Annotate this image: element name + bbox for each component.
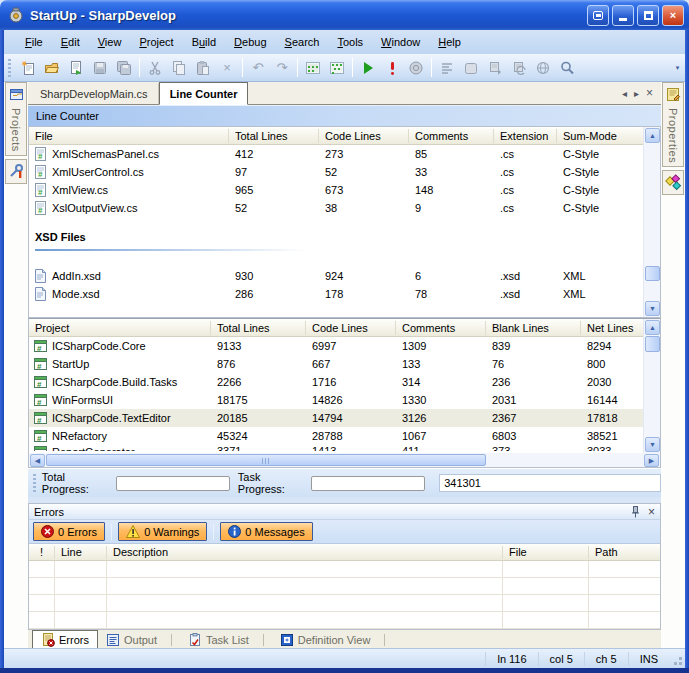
save-button[interactable] bbox=[88, 56, 112, 80]
tab-scroll-back-button[interactable]: ◂ bbox=[622, 88, 627, 99]
pad-tab-definition-view[interactable]: Definition View bbox=[272, 632, 394, 648]
messages-filter-button[interactable]: 0 Messages bbox=[220, 522, 312, 541]
column-header-code-lines[interactable]: Code Lines bbox=[319, 129, 409, 143]
scroll-up-button[interactable]: ▲ bbox=[645, 320, 660, 335]
column-header-sum-mode[interactable]: Sum-Mode bbox=[557, 129, 643, 143]
menu-item[interactable]: Debug bbox=[225, 36, 275, 48]
tab-sharpdevelopmain[interactable]: SharpDevelopMain.cs bbox=[30, 83, 159, 104]
list-button[interactable] bbox=[435, 56, 459, 80]
column-header-extension[interactable]: Extension bbox=[494, 129, 557, 143]
uncomment-region-button[interactable] bbox=[325, 56, 349, 80]
paste-button[interactable] bbox=[191, 56, 215, 80]
find-button[interactable] bbox=[555, 56, 579, 80]
toolbar-grip[interactable] bbox=[8, 59, 11, 77]
column-header-code-lines[interactable]: Code Lines bbox=[306, 321, 396, 335]
column-header-comments[interactable]: Comments bbox=[409, 129, 494, 143]
sidebar-tab-tools[interactable] bbox=[5, 159, 27, 184]
menu-item[interactable]: Edit bbox=[52, 36, 89, 48]
column-header-net-lines[interactable]: Net Lines bbox=[581, 321, 643, 335]
column-header-file[interactable]: File bbox=[503, 546, 589, 559]
file-row[interactable]: #XmlUserControl.cs 97 52 33 .cs C-Style bbox=[29, 163, 643, 181]
maximize-button[interactable] bbox=[637, 5, 659, 26]
menu-item[interactable]: Tools bbox=[328, 36, 372, 48]
minimize-button[interactable] bbox=[612, 5, 634, 26]
web-search-button[interactable] bbox=[531, 56, 555, 80]
file-row[interactable]: Mode.xsd 286 178 78 .xsd XML bbox=[29, 285, 643, 303]
errors-filter-button[interactable]: 0 Errors bbox=[33, 522, 105, 541]
sidebar-tab-properties[interactable]: Properties bbox=[662, 82, 684, 167]
record-button[interactable] bbox=[404, 56, 428, 80]
shape-button[interactable] bbox=[459, 56, 483, 80]
undo-button[interactable]: ↶ bbox=[246, 56, 270, 80]
scrollbar-thumb[interactable] bbox=[645, 336, 660, 352]
new-file-button[interactable] bbox=[16, 56, 40, 80]
column-header-description[interactable]: Description bbox=[107, 546, 503, 559]
errors-close-icon[interactable]: × bbox=[648, 505, 655, 519]
scrollbar-thumb[interactable] bbox=[645, 266, 660, 281]
scroll-down-button[interactable]: ▼ bbox=[645, 437, 660, 452]
project-row[interactable]: #NRefactory 45324 28788 1067 6803 38521 bbox=[29, 427, 643, 445]
projects-vertical-scrollbar[interactable]: ▲ ▼ bbox=[643, 319, 660, 453]
column-header-total-lines[interactable]: Total Lines bbox=[211, 321, 306, 335]
save-all-button[interactable] bbox=[112, 56, 136, 80]
resize-grip[interactable] bbox=[669, 652, 683, 666]
rebuild-button[interactable] bbox=[507, 56, 531, 80]
menu-item[interactable]: Build bbox=[183, 36, 225, 48]
column-header-path[interactable]: Path bbox=[589, 546, 660, 559]
line-count-value-box[interactable]: 341301 bbox=[439, 474, 661, 492]
file-row[interactable]: #XmlSchemasPanel.cs 412 273 85 .cs C-Sty… bbox=[29, 145, 643, 163]
file-row[interactable]: AddIn.xsd 930 924 6 .xsd XML bbox=[29, 267, 643, 285]
delete-button[interactable]: × bbox=[215, 56, 239, 80]
toolbar-overflow-button[interactable]: ▾ bbox=[672, 56, 683, 80]
project-row[interactable]: #ICSharpCode.TextEditor 20185 14794 3126… bbox=[29, 409, 643, 427]
column-header-line[interactable]: Line bbox=[55, 546, 107, 559]
column-header-blank-lines[interactable]: Blank Lines bbox=[486, 321, 581, 335]
column-header-file[interactable]: File bbox=[29, 129, 229, 143]
file-row[interactable]: #XmlView.cs 965 673 148 .cs C-Style bbox=[29, 181, 643, 199]
close-button[interactable]: × bbox=[662, 5, 684, 26]
scroll-down-button[interactable]: ▼ bbox=[645, 301, 660, 316]
cut-button[interactable] bbox=[143, 56, 167, 80]
scroll-left-button[interactable]: ◀ bbox=[30, 454, 45, 467]
pad-tab-task-list[interactable]: Task List bbox=[180, 632, 272, 648]
menu-item[interactable]: Search bbox=[276, 36, 329, 48]
build-button[interactable] bbox=[483, 56, 507, 80]
comment-region-button[interactable] bbox=[301, 56, 325, 80]
project-row[interactable]: #ICSharpCode.Build.Tasks 2266 1716 314 2… bbox=[29, 373, 643, 391]
tab-scroll-forward-button[interactable]: ▸ bbox=[634, 88, 639, 99]
pin-icon[interactable] bbox=[631, 506, 640, 518]
run-button[interactable] bbox=[356, 56, 380, 80]
redo-button[interactable]: ↷ bbox=[270, 56, 294, 80]
column-header-severity[interactable]: ! bbox=[29, 546, 55, 559]
open-document-button[interactable] bbox=[64, 56, 88, 80]
project-row[interactable]: #StartUp 876 667 133 76 800 bbox=[29, 355, 643, 373]
menu-item[interactable]: File bbox=[16, 36, 52, 48]
open-folder-button[interactable] bbox=[40, 56, 64, 80]
menu-item[interactable]: Window bbox=[372, 36, 429, 48]
menu-item[interactable]: Help bbox=[429, 36, 470, 48]
warnings-filter-button[interactable]: 0 Warnings bbox=[118, 522, 207, 541]
file-row[interactable]: #XslOutputView.cs 52 38 9 .cs C-Style bbox=[29, 199, 643, 217]
pad-tab-output[interactable]: Output bbox=[98, 632, 180, 648]
project-row[interactable]: #ICSharpCode.Core 9133 6997 1309 839 829… bbox=[29, 337, 643, 355]
column-header-total-lines[interactable]: Total Lines bbox=[229, 129, 319, 143]
scroll-up-button[interactable]: ▲ bbox=[645, 128, 660, 143]
scrollbar-thumb[interactable] bbox=[46, 454, 486, 466]
sidebar-tab-classes[interactable] bbox=[662, 170, 684, 195]
scroll-right-button[interactable]: ▶ bbox=[644, 454, 659, 467]
tab-close-button[interactable]: × bbox=[646, 86, 653, 100]
column-header-project[interactable]: Project bbox=[29, 321, 211, 335]
float-window-button[interactable] bbox=[587, 5, 609, 26]
pad-tab-errors[interactable]: Errors bbox=[32, 630, 98, 648]
files-vertical-scrollbar[interactable]: ▲ ▼ bbox=[643, 127, 660, 317]
abort-button[interactable] bbox=[380, 56, 404, 80]
projects-horizontal-scrollbar[interactable]: ◀ ▶ bbox=[29, 453, 660, 467]
progress-strip-grip[interactable] bbox=[33, 474, 36, 492]
copy-button[interactable] bbox=[167, 56, 191, 80]
project-row[interactable]: #ReportGenerator 3371 1413 411 373 3033 bbox=[29, 445, 643, 451]
column-header-comments[interactable]: Comments bbox=[396, 321, 486, 335]
project-row[interactable]: #WinFormsUI 18175 14826 1330 2031 16144 bbox=[29, 391, 643, 409]
tab-line-counter[interactable]: Line Counter bbox=[159, 82, 249, 105]
menu-item[interactable]: Project bbox=[130, 36, 182, 48]
menu-item[interactable]: View bbox=[89, 36, 131, 48]
